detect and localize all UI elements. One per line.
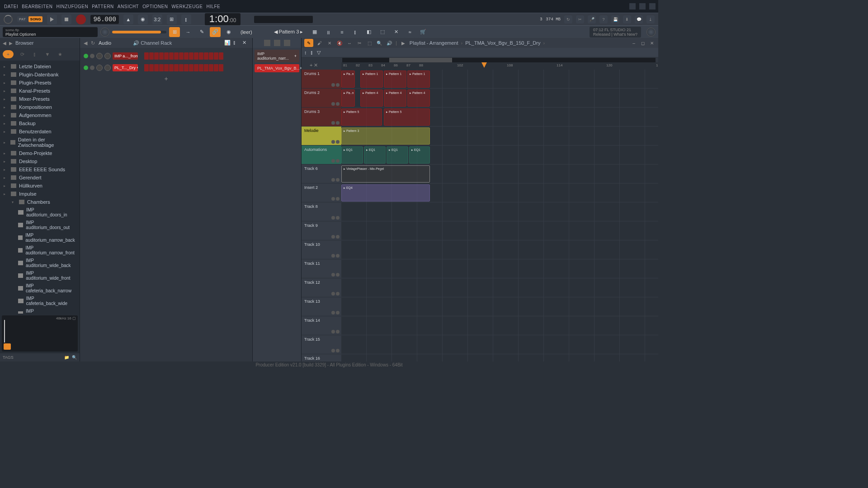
clip[interactable]: ▸ EQ1 [341,146,363,164]
tree-folder[interactable]: ▸Daten in der Zwischenablage [0,136,80,149]
track-mute-icon[interactable] [331,121,335,125]
clip[interactable]: ▸ Pa..n 4 [341,89,355,107]
browser-sort-icon[interactable]: ⫿ [31,50,39,58]
browser-collapse-icon[interactable]: + [3,50,14,58]
track-mute-icon[interactable] [331,140,335,144]
clip[interactable]: ▸ VintagePhaser - Mix-Pegel [341,165,430,183]
step-button[interactable] [199,52,203,60]
track-solo-icon[interactable] [336,121,340,125]
playlist-ruler[interactable]: + ✕ 81828384868788102108114120126132 [341,62,658,70]
track-header[interactable]: Melodie [302,127,341,145]
browser-filter-icon[interactable]: ▼ [43,50,52,58]
clip[interactable]: ▸ EQ4 [341,184,430,202]
pl-play-icon[interactable]: ▶ [400,39,407,47]
tree-file[interactable]: IMP auditorium_wide_back [0,257,80,269]
chat-icon[interactable]: 💬 [635,15,643,23]
step-button[interactable] [144,52,149,60]
minimize-button[interactable] [629,3,636,9]
step-button[interactable] [194,64,198,71]
paint-tool-icon[interactable]: 🖌 [316,39,323,47]
track-lane[interactable]: ▸ VintagePhaser - Mix-Pegel [341,164,658,183]
step-button[interactable] [194,52,198,60]
tree-folder[interactable]: ▸Benutzerdaten [0,127,80,136]
clip[interactable]: ▸ Pattern 5 [341,108,382,126]
track-mute-icon[interactable] [331,83,335,87]
track-lane[interactable]: ▸ Pattern 3 [341,127,658,145]
step-button[interactable] [159,64,164,71]
track-lane[interactable]: ▸ EQ4 [341,183,658,202]
view-playlist-button[interactable]: ⊞ [169,27,180,37]
tree-folder[interactable]: ▸Plugin-Datenbank [0,70,80,79]
step-button[interactable] [149,52,154,60]
track-mute-icon[interactable] [331,292,335,296]
metronome-icon[interactable]: ▲ [123,14,133,24]
track-mute-icon[interactable] [331,273,335,277]
zoom-tool-icon[interactable]: 🔍 [376,39,383,47]
pl-close-icon[interactable]: ✕ [648,39,656,47]
step-button[interactable] [159,52,164,60]
clip[interactable]: ▸ Pattern 5 [384,108,430,126]
track-mute-icon[interactable] [331,178,335,182]
view-browser-icon[interactable]: ◧ [363,27,374,37]
channel-name[interactable]: PL_T..._Dry + [113,64,138,71]
render-icon[interactable]: ⬇ [623,15,631,23]
tree-folder[interactable]: ▸Kompositionen [0,103,80,111]
step-button[interactable] [179,52,184,60]
track-solo-icon[interactable] [336,311,340,314]
track-header[interactable]: Drums 3 [302,108,341,127]
track-lane[interactable] [341,259,658,278]
track-solo-icon[interactable] [336,83,340,87]
step-button[interactable] [149,64,154,71]
menu-werkzeuge[interactable]: WERKZEUGE [170,3,204,10]
track-solo-icon[interactable] [336,349,340,352]
tree-folder[interactable]: ▸Mixer-Presets [0,95,80,103]
playhead-marker[interactable] [481,62,487,68]
link-icon[interactable]: ✎ [196,27,207,37]
clip[interactable]: ▸ EQ1 [364,146,386,164]
channel-row[interactable]: IMP a..._front + [84,52,249,61]
track-lane[interactable] [341,316,658,335]
tree-folder[interactable]: ▸Gerendert [0,174,80,182]
vol-knob[interactable] [104,65,111,71]
track-header[interactable]: Track 9 [302,221,341,240]
step-button[interactable] [169,52,174,60]
picker-pat-icon[interactable] [274,40,280,46]
view-pr-icon[interactable]: ⫼ [323,27,334,37]
step-button[interactable] [174,52,179,60]
playlist-grid[interactable]: ▸ Pa..n 1▸ Pattern 1▸ Pattern 1▸ Pattern… [341,70,658,361]
track-mute-icon[interactable] [331,159,335,163]
track-header[interactable]: Drums 2 [302,89,341,108]
step-button[interactable] [189,52,193,60]
pl-marker-icon[interactable]: ▽ [317,50,321,56]
version-panel[interactable]: 07:12 FL STUDIO 21 Released | What's New… [590,27,641,38]
step-button[interactable] [154,64,159,71]
step-button[interactable] [219,64,223,71]
track-header[interactable]: Insert 2 [302,183,341,202]
track-header[interactable]: Track 15 [302,335,341,354]
track-header[interactable]: Automations [302,145,341,164]
clip[interactable]: ▸ Pattern 3 [341,127,430,145]
menu-datei[interactable]: DATEI [3,3,19,10]
track-solo-icon[interactable] [336,273,340,277]
tree-folder[interactable]: ▸Demo-Projekte [0,149,80,157]
track-lane[interactable] [341,297,658,316]
track-mute-icon[interactable] [331,235,335,239]
view-pl-icon[interactable]: ▦ [309,27,320,37]
draw-tool-icon[interactable]: ✎ [304,39,313,47]
mic-icon[interactable]: 🎤 [588,15,596,23]
view-cr-icon[interactable]: ≡ [336,27,347,37]
playlist-minimap[interactable] [342,58,656,62]
track-mute-icon[interactable] [331,102,335,106]
step-button[interactable] [164,64,169,71]
step-icon[interactable]: ⊞ [167,14,177,24]
step-button[interactable] [204,64,208,71]
cr-graph-icon[interactable]: 📊 [224,40,231,46]
cart-icon[interactable]: 🛒 [418,27,429,37]
pl-magnet-icon[interactable]: ⫿ [311,50,313,55]
tree-folder[interactable]: ▸Aufgenommen [0,111,80,119]
track-mute-icon[interactable] [331,254,335,258]
save-icon[interactable]: 💾 [611,15,619,23]
brush-icon[interactable]: ≈ [404,27,415,37]
track-lane[interactable] [341,354,658,361]
track-solo-icon[interactable] [336,178,340,182]
